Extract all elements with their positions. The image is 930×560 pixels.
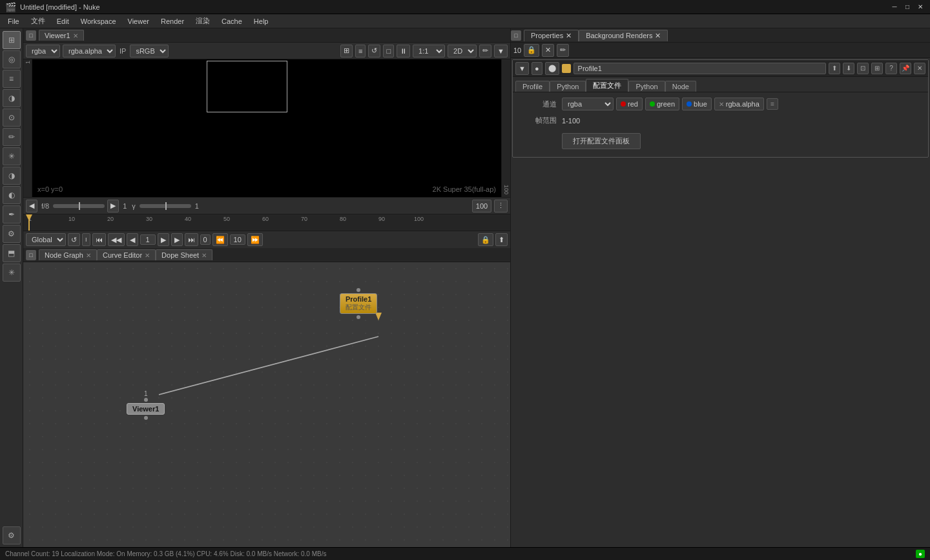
toolbar-other[interactable]: ✳ — [3, 264, 21, 282]
menu-edit[interactable]: Edit — [52, 16, 74, 26]
tc-step-fwd[interactable]: ▶ — [171, 233, 183, 246]
viewer-tab-close[interactable]: ✕ — [73, 32, 78, 39]
viewer-extra-btn[interactable]: ▼ — [494, 45, 508, 57]
profile1-output[interactable] — [356, 315, 360, 319]
menu-viewer[interactable]: Viewer — [123, 16, 154, 26]
node-input-btn[interactable]: ⬤ — [545, 62, 559, 75]
node-viewer1[interactable]: 1 Viewer1 — [127, 390, 165, 420]
pause-btn[interactable]: ⏸ — [397, 45, 410, 57]
channel-alpha-select[interactable]: rgba.alpha — [63, 45, 116, 57]
menu-wenjian[interactable]: 文件 — [26, 15, 50, 27]
timeline-ruler[interactable]: 1 10 20 30 40 50 60 70 80 90 100 — [23, 214, 510, 231]
tc-render[interactable]: ⬆ — [495, 233, 508, 246]
toolbar-paint[interactable]: ✒ — [3, 205, 21, 223]
node-profile1[interactable]: Profile1 配置文件 — [340, 288, 377, 319]
menu-file[interactable]: File — [3, 16, 25, 26]
toolbar-compositing[interactable]: ◎ — [3, 50, 21, 68]
node-pin-btn[interactable]: 📌 — [900, 63, 911, 74]
window-controls[interactable]: ─ □ ✕ — [890, 3, 925, 12]
viewer1-input[interactable] — [144, 398, 148, 402]
refresh-btn[interactable]: ↺ — [368, 45, 380, 57]
bg-renders-tab-close[interactable]: ✕ — [655, 32, 661, 40]
properties-tab[interactable]: Properties ✕ — [524, 30, 579, 41]
menu-xuanran[interactable]: 渲染 — [191, 15, 215, 27]
props-edit-btn[interactable]: ✏ — [557, 44, 569, 57]
node-down-btn[interactable]: ⬇ — [843, 63, 854, 74]
clip-btn[interactable]: □ — [383, 45, 394, 57]
inner-tab-python[interactable]: Python — [550, 81, 586, 92]
gamma-slider[interactable] — [140, 204, 191, 208]
color-picker-btn[interactable]: ✏ — [479, 45, 491, 57]
dope-sheet-tab-close[interactable]: ✕ — [202, 252, 207, 259]
viewer1-body[interactable]: Viewer1 — [127, 403, 165, 415]
node-help-btn[interactable]: ? — [885, 63, 897, 74]
colorspace-select[interactable]: sRGB — [130, 45, 169, 57]
tc-frame-num[interactable]: 1 — [140, 234, 156, 245]
dope-sheet-tab[interactable]: Dope Sheet ✕ — [156, 249, 212, 260]
arrow-right-exposure[interactable]: ▶ — [107, 200, 119, 213]
node-graph-tab-close[interactable]: ✕ — [86, 252, 91, 259]
tc-skip-fwd[interactable]: ⏩ — [247, 233, 263, 246]
channel-extra-btn[interactable]: = — [767, 98, 778, 110]
toolbar-settings[interactable]: ⚙ — [3, 526, 21, 544]
props-lock-btn[interactable]: 🔒 — [524, 44, 539, 57]
menu-cache[interactable]: Cache — [216, 16, 247, 26]
blue-channel-btn[interactable]: blue — [682, 98, 712, 110]
playhead[interactable] — [28, 214, 30, 231]
node-external-btn[interactable]: ⊞ — [871, 63, 883, 74]
open-profile-btn[interactable]: 打开配置文件面板 — [562, 133, 641, 149]
proxy-btn[interactable]: ⊞ — [340, 45, 353, 57]
node-dot-btn[interactable]: ● — [532, 62, 542, 75]
tc-skip-back[interactable]: ⏪ — [212, 233, 228, 246]
node-expand-btn[interactable]: ⊡ — [857, 63, 869, 74]
zoom-select[interactable]: 1:1 — [413, 45, 445, 57]
inner-tab-profile[interactable]: Profile — [515, 81, 550, 92]
props-close-all-btn[interactable]: ✕ — [542, 44, 554, 57]
tc-lock[interactable]: 🔒 — [478, 233, 493, 246]
toolbar-draw[interactable]: ✏ — [3, 128, 21, 146]
tc-last[interactable]: ⏭ — [185, 233, 198, 246]
minimize-btn[interactable]: ─ — [890, 3, 899, 12]
node-close-card-btn[interactable]: ✕ — [914, 63, 925, 74]
view-mode-select[interactable]: 2D — [448, 45, 477, 57]
menu-workspace[interactable]: Workspace — [76, 16, 121, 26]
tc-in[interactable]: I — [82, 233, 90, 246]
green-channel-btn[interactable]: green — [645, 98, 679, 110]
maximize-btn[interactable]: □ — [903, 3, 912, 12]
inner-tab-peizhiwenjian[interactable]: 配置文件 — [586, 79, 628, 92]
toolbar-color[interactable]: ◑ — [3, 89, 21, 107]
close-btn[interactable]: ✕ — [916, 3, 925, 12]
tc-prev[interactable]: ◀◀ — [108, 233, 125, 246]
menu-help[interactable]: Help — [249, 16, 274, 26]
toolbar-viewer[interactable]: ⊞ — [3, 31, 21, 49]
profile1-input[interactable] — [356, 288, 360, 292]
arrow-left-exposure[interactable]: ◀ — [26, 200, 37, 213]
node-graph-tab[interactable]: Node Graph ✕ — [39, 249, 97, 260]
channel-value-select[interactable]: rgba — [562, 98, 614, 110]
node-up-btn[interactable]: ⬆ — [829, 63, 840, 74]
toolbar-io[interactable]: ⬒ — [3, 244, 21, 262]
tc-play[interactable]: ▶ — [158, 233, 169, 246]
bg-renders-tab[interactable]: Background Renders ✕ — [579, 30, 668, 41]
inner-tab-python2[interactable]: Python — [628, 81, 665, 92]
channel-select[interactable]: rgba — [26, 45, 60, 57]
curve-editor-tab[interactable]: Curve Editor ✕ — [97, 249, 156, 260]
toolbar-3d[interactable]: ⚙ — [3, 225, 21, 243]
tc-step-back[interactable]: ◀ — [127, 233, 138, 246]
viewer-tab[interactable]: Viewer1 ✕ — [39, 30, 84, 41]
curve-editor-tab-close[interactable]: ✕ — [145, 252, 150, 259]
viewer1-output[interactable] — [144, 416, 148, 420]
tc-zero[interactable]: 0 — [200, 234, 211, 245]
inner-tab-node[interactable]: Node — [665, 81, 696, 92]
alpha-channel-btn[interactable]: ✕ rgba.alpha — [714, 98, 764, 110]
properties-tab-close[interactable]: ✕ — [566, 32, 572, 40]
toolbar-keyer[interactable]: ◐ — [3, 186, 21, 204]
tc-step-size[interactable]: 10 — [230, 234, 245, 245]
profile1-body[interactable]: Profile1 配置文件 — [340, 293, 377, 314]
toolbar-transform[interactable]: ⊙ — [3, 109, 21, 127]
channels-btn[interactable]: ≡ — [355, 45, 366, 57]
node-collapse-btn[interactable]: ▼ — [515, 62, 529, 75]
viewer-canvas[interactable]: 2K Super 35(full-ap) x=0 y=0 — [32, 59, 501, 197]
menu-render[interactable]: Render — [156, 16, 189, 26]
toolbar-animation[interactable]: ≡ — [3, 70, 21, 88]
